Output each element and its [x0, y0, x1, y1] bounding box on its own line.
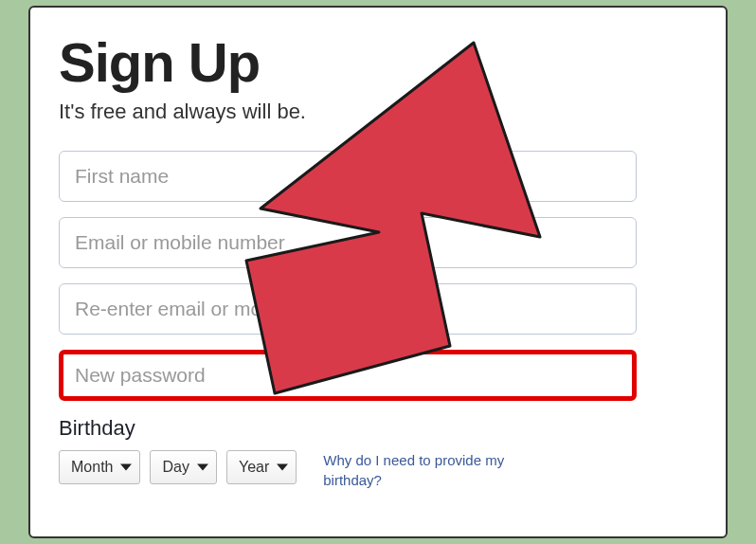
birthday-year-select[interactable]: Year — [226, 450, 297, 484]
birthday-month-value: Month — [71, 459, 113, 476]
reenter-email-field[interactable] — [59, 283, 637, 335]
chevron-down-icon — [197, 464, 208, 471]
birthday-month-select[interactable]: Month — [59, 450, 140, 484]
birthday-year-value: Year — [239, 459, 269, 476]
birthday-day-value: Day — [162, 459, 189, 476]
birthday-day-select[interactable]: Day — [150, 450, 216, 484]
email-field[interactable] — [59, 217, 637, 268]
password-input[interactable] — [75, 364, 621, 387]
email-input[interactable] — [75, 231, 621, 254]
chevron-down-icon — [277, 464, 288, 471]
birthday-help-link[interactable]: Why do I need to provide my birthday? — [323, 450, 513, 490]
page-subtitle: It's free and always will be. — [59, 100, 697, 124]
reenter-email-input[interactable] — [75, 298, 621, 320]
signup-form-panel: Sign Up It's free and always will be. Bi… — [28, 6, 728, 538]
first-name-field[interactable] — [59, 151, 637, 202]
birthday-label: Birthday — [59, 416, 697, 441]
password-field[interactable] — [59, 350, 637, 401]
chevron-down-icon — [120, 464, 132, 471]
page-title: Sign Up — [59, 30, 697, 94]
birthday-row: Month Day Year Why do I need to provide … — [59, 450, 697, 490]
first-name-input[interactable] — [75, 165, 621, 188]
